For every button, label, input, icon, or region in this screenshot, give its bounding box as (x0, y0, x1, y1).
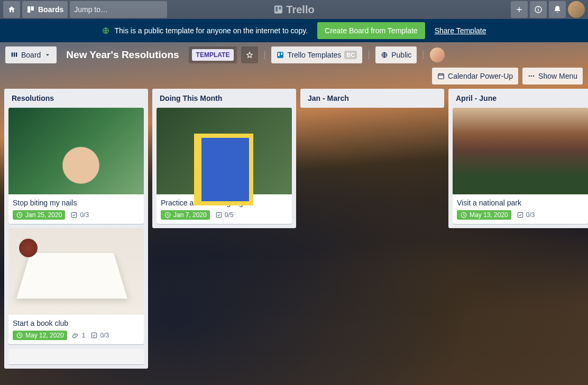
info-icon (534, 5, 543, 14)
card-cover (157, 108, 292, 194)
card-badges: May 13, 20200/3 (457, 210, 584, 220)
svg-rect-27 (216, 212, 221, 217)
due-date: Jan 7, 2020 (173, 211, 207, 219)
checklist-badge: 0/3 (517, 211, 535, 219)
search-input[interactable] (74, 5, 167, 14)
checklist-icon (70, 211, 78, 219)
card-cover (453, 108, 588, 194)
list-title[interactable]: Doing This Month (157, 93, 292, 104)
template-banner: This is a public template for anyone on … (0, 19, 588, 42)
checklist-icon (517, 211, 524, 219)
checklist-badge: 0/5 (215, 211, 234, 219)
info-button[interactable] (530, 1, 547, 18)
checklist-count: 0/3 (80, 211, 89, 219)
home-icon (7, 5, 16, 14)
workspace-button[interactable]: Trello Templates BC (271, 46, 362, 63)
divider (369, 51, 369, 59)
svg-rect-8 (538, 9, 538, 12)
show-menu-button[interactable]: Show Menu (522, 68, 583, 84)
due-date: May 12, 2020 (25, 332, 64, 339)
card-cover (8, 349, 144, 364)
svg-rect-15 (278, 53, 280, 56)
checklist-icon (90, 332, 98, 339)
template-badge: TEMPLATE (192, 49, 234, 61)
member-avatar[interactable] (430, 48, 445, 62)
svg-rect-23 (72, 212, 77, 217)
list[interactable]: Doing This MonthPractice another languag… (152, 89, 296, 228)
clock-icon (460, 211, 467, 219)
svg-rect-13 (16, 52, 17, 57)
card[interactable]: Practice another languageJan 7, 20200/5 (157, 108, 292, 224)
topbar: Boards Trello (0, 0, 588, 19)
due-badge: Jan 7, 2020 (161, 210, 210, 220)
svg-point-19 (529, 76, 530, 77)
attachment-badge: 1 (72, 332, 86, 339)
clock-icon (16, 211, 23, 219)
user-avatar[interactable] (568, 1, 585, 18)
visibility-button[interactable]: Public (375, 46, 417, 63)
create-board-button[interactable]: Create Board from Template (317, 22, 425, 39)
visibility-label: Public (391, 51, 411, 59)
bell-icon (553, 5, 562, 14)
svg-rect-29 (518, 212, 522, 217)
card-title: Visit a national park (457, 199, 584, 207)
list[interactable]: April - JuneVisit a national parkMay 13,… (448, 89, 588, 228)
star-icon (246, 51, 253, 59)
divider (264, 51, 265, 59)
checklist-count: 0/3 (526, 211, 535, 219)
board-title[interactable]: New Year's Resolutions (61, 49, 184, 61)
svg-rect-1 (31, 6, 34, 11)
due-badge: Jan 25, 2020 (13, 210, 65, 220)
card-title: Start a book club (13, 319, 140, 327)
home-button[interactable] (3, 1, 20, 18)
list[interactable]: ResolutionsStop biting my nailsJan 25, 2… (4, 89, 148, 369)
list-title[interactable]: Resolutions (8, 93, 144, 104)
board-view-icon (11, 51, 18, 59)
svg-rect-16 (281, 53, 283, 55)
attachment-count: 1 (82, 332, 86, 339)
card[interactable] (8, 349, 144, 364)
svg-point-21 (533, 76, 534, 77)
card[interactable]: Start a book clubMay 12, 202010/3 (8, 228, 144, 344)
card[interactable]: Visit a national parkMay 13, 20200/3 (453, 108, 588, 224)
share-template-link[interactable]: Share Template (435, 26, 486, 35)
add-button[interactable] (511, 1, 528, 18)
boards-icon (26, 5, 35, 14)
list-title[interactable]: Jan - March (305, 93, 440, 104)
boards-button[interactable]: Boards (22, 1, 68, 18)
brand-logo[interactable]: Trello (273, 4, 314, 16)
card-badges: May 12, 202010/3 (13, 331, 140, 340)
checklist-count: 0/3 (100, 332, 109, 339)
calendar-powerup-button[interactable]: Calendar Power-Up (432, 68, 518, 84)
board-canvas[interactable]: ResolutionsStop biting my nailsJan 25, 2… (0, 89, 588, 385)
chevron-down-icon (44, 51, 51, 59)
star-button[interactable] (241, 46, 258, 63)
template-chip[interactable]: TEMPLATE (189, 46, 237, 63)
checklist-count: 0/5 (225, 211, 234, 219)
list[interactable]: Jan - March (300, 89, 444, 108)
due-date: Jan 25, 2020 (25, 211, 62, 219)
card-title: Stop biting my nails (13, 199, 140, 207)
card-cover (8, 108, 144, 194)
card-cover (8, 228, 144, 315)
checklist-badge: 0/3 (90, 332, 109, 339)
boards-label: Boards (38, 5, 63, 14)
attachment-icon (72, 332, 80, 339)
divider (423, 51, 424, 59)
clock-icon (164, 211, 171, 219)
notifications-button[interactable] (549, 1, 566, 18)
show-menu-label: Show Menu (538, 72, 577, 80)
search-wrap[interactable] (70, 1, 167, 18)
clock-icon (16, 332, 23, 339)
more-icon (528, 72, 535, 80)
svg-rect-5 (275, 7, 278, 12)
list-title[interactable]: April - June (453, 93, 588, 104)
board-header: Board New Year's Resolutions TEMPLATE Tr… (0, 42, 588, 89)
brand-text: Trello (286, 4, 314, 16)
card[interactable]: Stop biting my nailsJan 25, 20200/3 (8, 108, 144, 224)
board-view-button[interactable]: Board (5, 46, 57, 63)
svg-rect-6 (279, 7, 281, 10)
svg-rect-0 (27, 6, 30, 13)
workspace-label: Trello Templates (287, 51, 341, 59)
card-badges: Jan 7, 20200/5 (161, 210, 288, 220)
